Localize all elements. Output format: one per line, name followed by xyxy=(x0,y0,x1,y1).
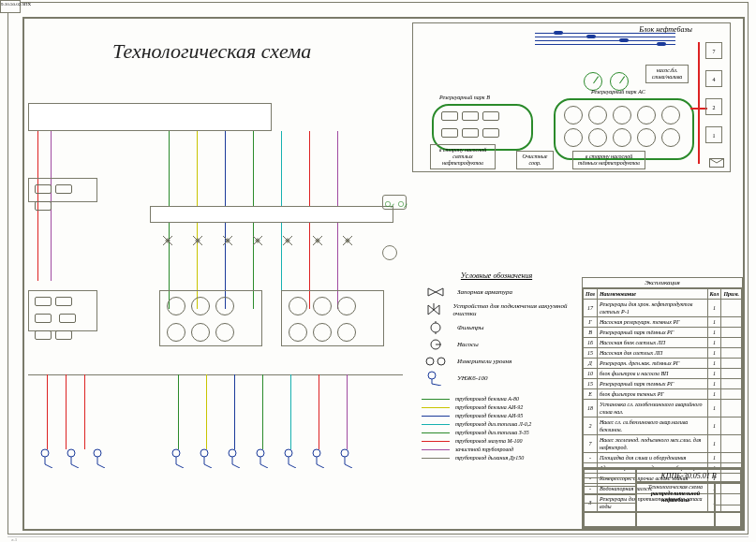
line-label: трубопровод диз.топлива З-35 xyxy=(455,430,529,435)
line-legend-row: трубопровод бензина АИ-92 xyxy=(422,404,581,410)
valve-icon xyxy=(191,234,204,247)
valve-icon xyxy=(311,234,324,247)
loading-arm-icon xyxy=(92,447,107,468)
loading-arm-icon xyxy=(227,447,242,468)
pump-icon xyxy=(422,338,450,351)
park-ac-label: Резервуарный парк АС xyxy=(591,89,645,95)
loading-arm-icon xyxy=(311,447,326,468)
line-label: трубопровод бензина А-80 xyxy=(455,396,519,402)
table-row: 2Навес сл. св.бензинового авар.налива бе… xyxy=(584,417,742,435)
svg-point-18 xyxy=(431,323,440,332)
title-block: КППБ-30.05.01 В Технологическая схема ра… xyxy=(582,467,743,529)
loading-arm-icon xyxy=(39,447,54,468)
legend-row: Фильтры xyxy=(422,321,571,334)
color-swatch xyxy=(422,407,450,408)
drawing-sheet: 9.10.50.02.9ПХ Технологическая схема Бло… xyxy=(0,0,756,542)
svg-point-22 xyxy=(428,372,436,379)
level-icon xyxy=(422,355,450,368)
tank-block-a xyxy=(28,178,97,202)
footer-strip: л.1 xyxy=(7,536,749,542)
legend-row: Насосы xyxy=(422,338,571,351)
line-label: трубопровод бензина АИ-95 xyxy=(455,413,523,418)
vacuum-icon xyxy=(422,303,446,316)
table-row: ГНасосная резервуарн. темных РГ1 xyxy=(584,317,742,328)
loading-arm-icon xyxy=(199,447,214,468)
plan-box: 7 xyxy=(705,42,722,59)
table-row: 18Установка сл. газобензинового аварийно… xyxy=(584,400,742,417)
table-row: Еблок фильтров темных РГ1 xyxy=(584,389,742,400)
rail-manifold-right xyxy=(28,103,272,131)
line-label: трубопровод бензина АИ-92 xyxy=(455,404,523,410)
process-schematic xyxy=(28,94,403,487)
plan-box: 4 xyxy=(705,70,722,87)
legend-row: Измерители уровня xyxy=(422,355,571,368)
sheet-grid xyxy=(715,482,741,527)
svg-point-14 xyxy=(257,449,264,457)
loading-arm-icon xyxy=(255,447,270,468)
svg-point-11 xyxy=(172,449,180,457)
color-swatch xyxy=(422,424,450,425)
line-label: зачистной трубопровод xyxy=(455,447,513,452)
line-legend-row: зачистной трубопровод xyxy=(422,447,581,452)
line-label: трубопровод мазута М-100 xyxy=(455,438,523,444)
valve-icon xyxy=(221,234,234,247)
color-swatch xyxy=(422,432,450,433)
filter-icon xyxy=(422,321,450,334)
table-row: -Площадка для слива и оборудования1 xyxy=(584,453,742,463)
line-legend-row: трубопровод диз.топлива З-35 xyxy=(422,430,581,435)
note-box-2: Очистные соор. xyxy=(516,151,554,169)
sheet-code-tab: 9.10.50.02.9ПХ xyxy=(0,0,21,13)
table-row: ВРезервуарный парк тёмных РГ1 xyxy=(584,328,742,338)
svg-point-15 xyxy=(285,449,292,457)
valve-icon xyxy=(161,234,174,247)
gauge-icon xyxy=(584,72,602,91)
color-swatch xyxy=(422,441,450,442)
svg-point-20 xyxy=(426,358,434,365)
symbol-legend: Условные обозначения Запорная арматура У… xyxy=(422,271,571,388)
line-legend: трубопровод бензина А-80трубопровод бенз… xyxy=(422,393,581,463)
pump-box-label: насос.бл. слива/налива xyxy=(645,65,689,83)
line-label: трубопровод диз.топлива Л-0,2 xyxy=(455,421,531,427)
svg-point-21 xyxy=(437,358,445,365)
loading-arms-left xyxy=(39,447,107,468)
line-label: трубопровод дыхания Ду150 xyxy=(455,455,524,461)
loading-arm-icon xyxy=(170,447,185,468)
legend-header: Условные обозначения xyxy=(422,271,571,280)
valve-row xyxy=(161,234,354,247)
site-plan-panel: Блок нефтебазы насос.бл. слива/налива Ре… xyxy=(412,22,731,172)
table-header: Экспликация xyxy=(583,278,742,288)
svg-point-9 xyxy=(67,449,75,457)
plan-box: 1 xyxy=(705,126,722,143)
legend-row: Устройство для подключения вакуумной очи… xyxy=(422,302,571,317)
table-row: 15Насосная для светлых ЛП1 xyxy=(584,348,742,359)
gauge-icon xyxy=(610,72,629,91)
rev-grid xyxy=(584,469,636,527)
legend-row: УНЖ6-100 xyxy=(422,372,571,385)
svg-point-16 xyxy=(313,449,320,457)
loading-arms-right xyxy=(170,447,354,468)
line-legend-row: трубопровод бензина АИ-95 xyxy=(422,413,581,418)
color-swatch xyxy=(422,458,450,459)
pipe-bundle xyxy=(535,29,704,57)
table-row: 17Резервуары для хрон. нефтепродуктов св… xyxy=(584,300,742,317)
line-legend-row: трубопровод дыхания Ду150 xyxy=(422,455,581,461)
svg-point-10 xyxy=(94,449,101,457)
color-swatch xyxy=(422,416,450,417)
color-swatch xyxy=(422,449,450,450)
drawing-title: Технологическая схема xyxy=(112,39,311,64)
drawing-name: Технологическая схема распределительной … xyxy=(636,482,715,527)
table-row: 7Навес железнод. подъемного мех.слив. дл… xyxy=(584,435,742,453)
line-legend-row: трубопровод мазута М-100 xyxy=(422,438,581,444)
fire-main-icon xyxy=(698,42,700,164)
meter-box xyxy=(382,195,407,210)
loading-arm-icon xyxy=(66,447,81,468)
drawing-code: КППБ-30.05.01 В xyxy=(636,469,741,482)
table-row: 15Резервуарный парк темных РГ1 xyxy=(584,379,742,389)
tank-block-b xyxy=(28,290,97,331)
svg-point-17 xyxy=(341,449,348,457)
legend-row: Запорная арматура xyxy=(422,286,571,299)
note-box-3: в сторону насосной тёмных нефтепродуктов xyxy=(572,151,645,169)
svg-point-12 xyxy=(200,449,208,457)
svg-point-8 xyxy=(41,449,49,457)
park-b-label: Резервуарный парк В xyxy=(439,95,490,100)
